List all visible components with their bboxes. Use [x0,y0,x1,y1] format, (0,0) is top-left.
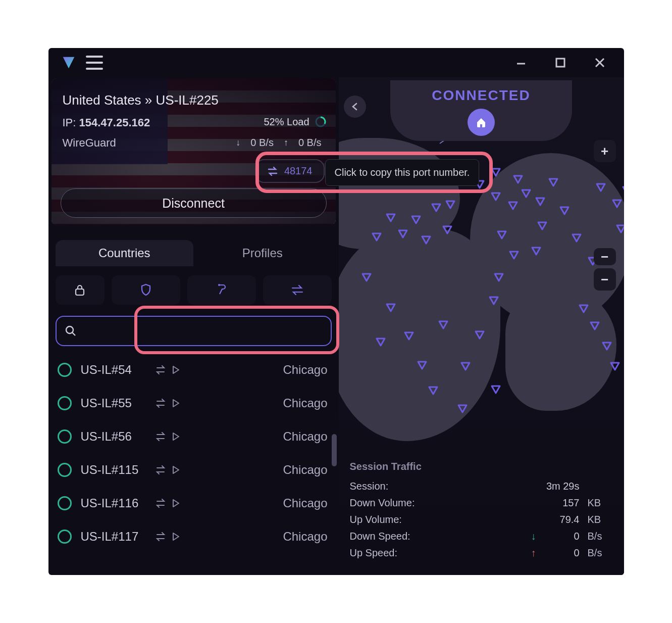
map-pin-icon[interactable] [589,320,600,331]
map-pin-icon[interactable] [548,176,559,187]
menu-button[interactable] [86,56,103,70]
map-pin-icon[interactable] [490,190,501,202]
map-pin-icon[interactable] [508,249,520,260]
map-pin-icon[interactable] [438,319,449,330]
map-pin-icon[interactable] [537,220,548,231]
map-pin-icon[interactable] [428,385,439,396]
map-pin-icon[interactable] [531,245,542,256]
server-name: US-IL#117 [81,530,151,544]
p2p-icon [216,283,228,297]
tab-countries[interactable]: Countries [56,240,194,266]
filter-p2p-button[interactable] [187,275,256,305]
map-pin-icon[interactable] [410,214,422,225]
lock-icon [74,283,86,297]
swap-icon [156,499,167,508]
close-button[interactable] [590,53,610,73]
download-arrow-icon: ↓ [528,531,539,542]
port-chip[interactable]: 48174 [255,159,325,183]
filter-swap-button[interactable] [263,275,332,305]
scrollbar[interactable] [332,353,337,575]
map-pin-icon[interactable] [488,295,499,306]
server-name: US-IL#56 [81,429,151,444]
map-pin-icon[interactable] [578,303,589,314]
play-icon [172,432,180,441]
map-back-button[interactable] [344,95,366,118]
ip-line: IP: 154.47.25.162 [63,116,325,129]
map-pin-icon[interactable] [442,224,453,235]
server-name: US-IL#115 [81,463,151,477]
map-pin-icon[interactable] [375,336,386,347]
map-pin-icon[interactable] [421,234,432,245]
map-pin-icon[interactable] [385,302,396,313]
svg-point-7 [218,284,220,286]
map-pin-icon[interactable] [457,403,468,414]
map-pin-icon[interactable] [361,271,372,282]
minimize-button[interactable] [511,53,531,73]
swap-icon [156,399,167,408]
server-row[interactable]: US-IL#115Chicago [54,453,338,487]
map-pin-icon[interactable] [496,229,507,240]
server-row[interactable]: US-IL#55Chicago [54,387,338,420]
map-pin-icon[interactable] [431,202,442,213]
map-pin-icon[interactable] [493,271,504,282]
stat-key: Up Volume: [350,514,441,525]
filter-shield-button[interactable] [112,275,180,305]
map-pin-icon[interactable] [371,231,382,242]
stat-row: Down Volume:157KB [350,497,613,509]
map-pin-icon[interactable] [535,196,546,207]
zoom-out-small-button[interactable]: − [594,248,616,265]
maximize-button[interactable] [550,53,571,73]
play-icon [172,399,180,408]
play-icon [172,499,180,508]
load-ring-icon [58,463,72,477]
stat-row: Up Volume:79.4KB [350,514,613,525]
stat-unit: B/s [588,547,613,559]
country-name: United States [63,92,141,108]
map-pin-icon[interactable] [609,360,621,371]
server-row[interactable]: US-IL#116Chicago [54,487,338,520]
map-pin-icon[interactable] [601,340,612,351]
scrollbar-thumb[interactable] [332,434,337,466]
map-pin-icon[interactable] [490,166,501,177]
zoom-in-button[interactable]: + [594,140,616,162]
server-row[interactable]: US-IL#117Chicago [54,520,338,553]
connected-banner: CONNECTED [390,80,572,141]
search-box[interactable] [56,316,332,346]
app-logo-icon [59,53,79,73]
search-input[interactable] [83,325,323,337]
stat-row: Session:3m 29s [350,481,613,492]
stats-heading: Session Traffic [350,461,613,472]
map-pin-icon[interactable] [559,205,570,216]
load-ring-icon [58,396,72,410]
stat-value: 157 [544,497,580,509]
map-pin-icon[interactable] [445,199,456,210]
map-pin-icon[interactable] [490,384,501,395]
server-city: Chicago [283,396,327,410]
server-row[interactable]: US-IL#56Chicago [54,420,338,453]
map-pin-icon[interactable] [403,330,415,341]
swap-icon [156,432,167,441]
map-pin-icon[interactable] [417,359,428,370]
map-pin-icon[interactable] [397,228,408,239]
stat-key: Down Volume: [350,497,441,509]
map-pin-icon[interactable] [521,187,532,199]
home-icon [475,116,487,128]
map-pin-icon[interactable] [460,360,471,371]
filter-row [56,275,332,305]
map-pin-icon[interactable] [622,184,624,196]
map-pin-icon[interactable] [507,200,519,211]
stat-row: Down Speed:↓0B/s [350,531,613,542]
disconnect-button[interactable]: Disconnect [61,188,327,218]
ip-value: 154.47.25.162 [79,116,150,129]
tab-profiles[interactable]: Profiles [193,240,332,266]
filter-lock-button[interactable] [56,275,105,305]
zoom-out-button[interactable]: − [594,268,616,291]
map-pin-icon[interactable] [571,232,582,243]
map-pin-icon[interactable] [615,223,624,234]
server-row[interactable]: US-IL#54Chicago [54,353,338,387]
home-button[interactable] [468,109,495,136]
map-pin-icon[interactable] [512,173,524,184]
map-pin-icon[interactable] [385,212,396,223]
map-pin-icon[interactable] [474,329,485,340]
stat-row: Up Speed:↑0B/s [350,547,613,559]
